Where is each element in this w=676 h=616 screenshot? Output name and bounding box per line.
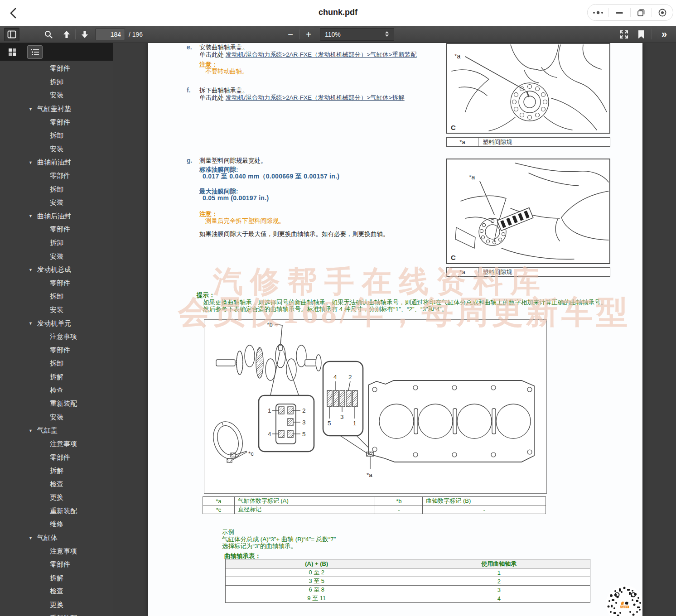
sidebar-toc-item[interactable]: ▼ 维修 [0,518,113,531]
sidebar-toc-item[interactable]: ▼ 零部件 [0,277,113,290]
toc-item-label: 零部件 [50,118,70,127]
sidebar-toc-item[interactable]: ▼ 气缸盖 [0,424,113,438]
sidebar-toc-item[interactable]: ▼ 零部件 [0,116,113,129]
bearing-no-cell: 2 [408,577,590,586]
sidebar-toggle-button[interactable] [4,28,19,41]
qr-code: 汽修帮手 [605,585,642,616]
sidebar-toc-item[interactable]: ▼ 零部件 [0,169,113,183]
sidebar-toc-item[interactable]: ▼ 拆卸 [0,183,113,196]
minimize-icon [615,11,623,14]
sidebar-toc-item[interactable]: ▼ 零部件 [0,62,113,76]
page-number-input[interactable] [95,29,125,40]
page-count-label: / 196 [129,31,143,38]
toc-item-label: 零部件 [50,453,70,462]
triangle-down-icon[interactable]: ▼ [29,160,33,165]
zoom-level-select[interactable]: 110% [320,28,394,41]
inset-number: 2 [302,407,306,414]
sidebar-toc-item[interactable]: ▼ 注意事项 [0,438,113,451]
next-page-button[interactable] [78,28,92,41]
toc-item-label: 气缸盖 [37,426,58,435]
sidebar-toc-item[interactable]: ▼ 拆解 [0,371,113,384]
minimize-button[interactable] [609,5,630,20]
previous-page-button[interactable] [60,28,73,41]
mark-number: 3 [340,414,344,420]
sidebar-toc-item[interactable]: ▼ 曲轴前油封 [0,156,113,169]
toolbar-more-button[interactable]: » [656,28,672,41]
sidebar-toc-item[interactable]: ▼ 更换 [0,598,113,612]
sidebar-toc-item[interactable]: ▼ 拆卸 [0,129,113,143]
bearing-sum-cell: 6 至 8 [226,586,408,594]
toc-item-label: 拆卸 [50,185,63,194]
app-bar: chunk.pdf [0,0,676,26]
sidebar-toc-item[interactable]: ▼ 注意事项 [0,544,113,558]
fullscreen-button[interactable] [617,28,631,41]
sidebar-toc-item[interactable]: ▼ 零部件 [0,343,113,357]
sidebar-toc-item[interactable]: ▼ 发动机总成 [0,263,113,277]
toc-item-label: 安装 [50,413,63,422]
thumbnails-view-button[interactable] [5,45,20,59]
triangle-down-icon[interactable]: ▼ [29,536,33,540]
sidebar-toc-item[interactable]: ▼ 零部件 [0,451,113,464]
sidebar-toc-item[interactable]: ▼ 安装 [0,303,113,317]
sidebar-toc-item[interactable]: ▼ 曲轴后油封 [0,210,113,223]
procedure-link[interactable]: 发动机/混合动力系统>2AR-FXE（发动机机械部分）>气缸体>重新装配 [226,51,417,58]
sidebar-toc-item[interactable]: ▼ 安装 [0,250,113,263]
sidebar-toc-item[interactable]: ▼ 检查 [0,585,113,598]
sidebar-toc-item[interactable]: ▼ 气缸体 [0,531,113,545]
triangle-down-icon[interactable]: ▼ [29,107,33,111]
toc-item-label: 更换 [50,493,63,502]
float-window-button[interactable] [631,5,652,20]
pdf-viewer-area[interactable]: e. 安装曲轴轴承盖。 单击此处 发动机/混合动力系统>2AR-FXE（发动机机… [114,43,676,616]
sidebar-toc-item[interactable]: ▼ 安装 [0,89,113,102]
step-body-text: 如果油膜间隙大于最大值，则更换曲轴轴承。如有必要，则更换曲轴。 [199,231,389,237]
figure-corner-letter: C [451,124,456,131]
sidebar-toc-item[interactable]: ▼ 安装 [0,143,113,156]
record-button[interactable] [652,5,673,20]
sidebar-toc-item[interactable]: ▼ 检查 [0,477,113,491]
toc-item-label: 零部件 [50,560,70,569]
procedure-link[interactable]: 发动机/混合动力系统>2AR-FXE（发动机机械部分）>气缸体>拆解 [226,94,405,101]
triangle-down-icon[interactable]: ▼ [29,268,33,272]
sidebar-toc-item[interactable]: ▼ 重新装配 [0,611,113,616]
legend-key: *b [375,497,423,505]
triangle-down-icon[interactable]: ▼ [29,428,33,433]
toc-item-label: 气缸体 [37,534,58,542]
figure-corner-letter: C [451,254,456,261]
caption-text: 塑料间隙规 [478,138,610,146]
sidebar-toc-item[interactable]: ▼ 气缸盖衬垫 [0,102,113,116]
sidebar-toc-item[interactable]: ▼ 拆卸 [0,76,113,89]
triangle-down-icon[interactable]: ▼ [29,214,33,218]
sidebar-toc-item[interactable]: ▼ 更换 [0,491,113,505]
sidebar-toc-item[interactable]: ▼ 安装 [0,410,113,424]
sidebar-toc-item[interactable]: ▼ 拆解 [0,572,113,585]
spec-value: 0.05 mm (0.00197 in.) [199,195,389,202]
zoom-in-button[interactable]: + [302,28,315,41]
thumbnails-grid-icon [8,48,16,56]
search-icon [44,30,53,39]
toolbar-divider [75,29,76,39]
example-block: 示例 气缸体分总成 (A)“3”+ 曲轴 (B)“4”= 总数“7” 选择标记为… [222,529,336,550]
search-button[interactable] [42,28,55,41]
sidebar-toc-item[interactable]: ▼ 重新装配 [0,397,113,411]
arrow-up-icon [63,30,71,38]
sidebar-toc-item[interactable]: ▼ 检查 [0,384,113,397]
sidebar-toc-item[interactable]: ▼ 安装 [0,196,113,210]
bookmark-button[interactable] [635,28,647,41]
mark-number: 2 [348,374,352,380]
sidebar-toc-item[interactable]: ▼ 零部件 [0,558,113,572]
sidebar-toc-item[interactable]: ▼ 拆卸 [0,290,113,303]
sidebar-toc-item[interactable]: ▼ 拆解 [0,464,113,478]
sidebar-toc-item[interactable]: ▼ 发动机单元 [0,317,113,330]
toc-item-label: 维修 [50,520,63,529]
bearing-sum-cell: 3 至 5 [226,577,408,586]
triangle-down-icon[interactable]: ▼ [29,321,33,326]
sidebar-toc-item[interactable]: ▼ 重新装配 [0,505,113,518]
sidebar-toc-item[interactable]: ▼ 注意事项 [0,330,113,344]
outline-view-button[interactable] [27,45,43,59]
zoom-out-button[interactable]: − [284,28,297,41]
toc-item-label: 零部件 [50,279,70,288]
sidebar-toc-item[interactable]: ▼ 零部件 [0,223,113,236]
sidebar-toc-item[interactable]: ▼ 拆卸 [0,236,113,250]
more-options-button[interactable] [588,5,608,20]
sidebar-toc-item[interactable]: ▼ 拆卸 [0,357,113,371]
